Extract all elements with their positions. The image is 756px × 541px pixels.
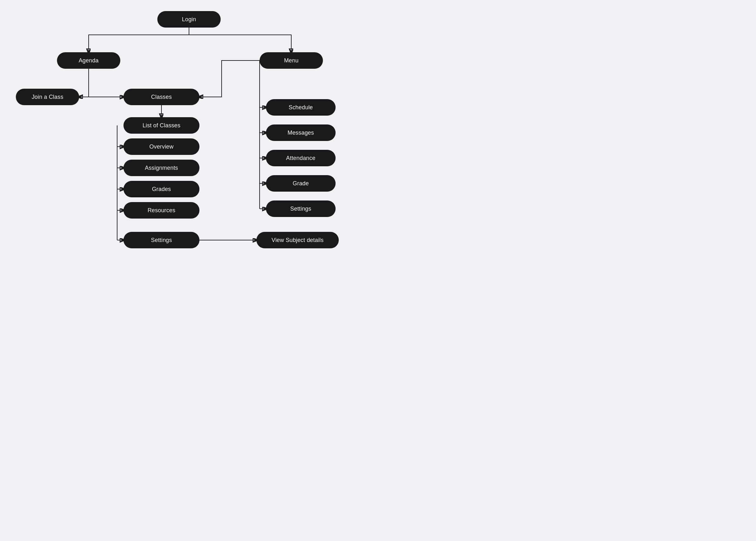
node-classes: Classes (124, 89, 199, 105)
node-overview: Overview (124, 139, 199, 155)
node-agenda: Agenda (57, 52, 120, 69)
node-join-a-class: Join a Class (16, 89, 79, 105)
node-grade: Grade (266, 175, 336, 192)
node-messages: Messages (266, 125, 336, 141)
node-settings-right: Settings (266, 201, 336, 217)
node-resources: Resources (124, 202, 199, 219)
node-view-subject: View Subject details (256, 232, 339, 248)
node-assignments: Assignments (124, 160, 199, 176)
node-settings-left: Settings (124, 232, 199, 248)
diagram: Login Agenda Menu Classes Join a Class L… (0, 0, 378, 270)
node-login: Login (157, 11, 221, 28)
node-schedule: Schedule (266, 99, 336, 116)
node-grades: Grades (124, 181, 199, 197)
node-menu: Menu (260, 52, 323, 69)
node-attendance: Attendance (266, 150, 336, 166)
node-list-of-classes: List of Classes (124, 117, 199, 134)
